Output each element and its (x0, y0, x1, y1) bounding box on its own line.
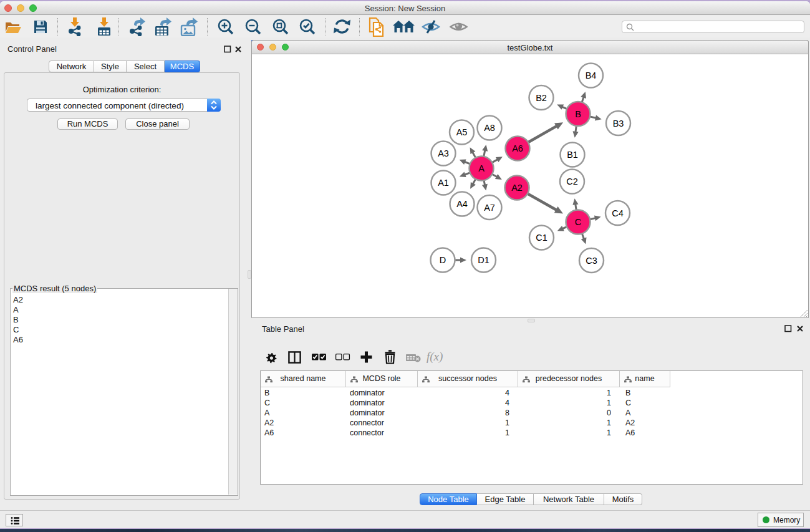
svg-text:A: A (478, 163, 485, 173)
svg-text:C4: C4 (612, 208, 624, 218)
svg-text:B1: B1 (567, 150, 578, 160)
svg-text:B3: B3 (613, 118, 624, 128)
svg-text:C1: C1 (536, 233, 547, 243)
svg-text:D1: D1 (478, 255, 489, 265)
svg-text:B2: B2 (536, 93, 547, 103)
svg-text:A2: A2 (511, 183, 523, 193)
svg-text:C3: C3 (586, 256, 597, 266)
svg-text:D: D (440, 255, 446, 265)
svg-text:C2: C2 (566, 177, 578, 186)
svg-text:A7: A7 (484, 203, 495, 213)
svg-text:B4: B4 (586, 70, 597, 80)
svg-text:A6: A6 (512, 143, 523, 153)
svg-text:C: C (575, 217, 581, 227)
svg-text:A5: A5 (456, 127, 468, 137)
svg-text:A4: A4 (456, 199, 468, 209)
svg-text:A8: A8 (484, 123, 495, 133)
svg-text:B: B (575, 109, 581, 119)
svg-text:A3: A3 (438, 148, 449, 158)
svg-text:A1: A1 (438, 178, 449, 188)
